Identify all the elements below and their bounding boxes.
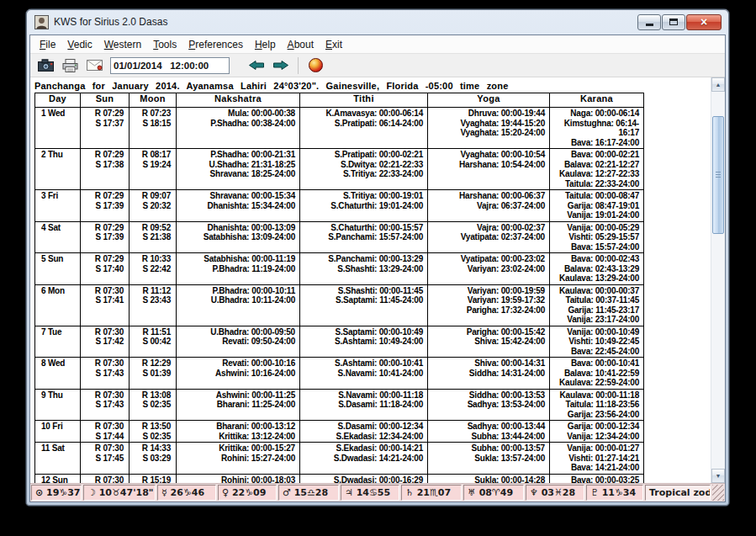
menu-item-about[interactable]: About	[282, 37, 320, 52]
camera-button[interactable]	[35, 56, 56, 75]
sun-entry: S 17:38	[82, 160, 124, 170]
karana-entry: Bava: 00:00-10:41	[552, 358, 639, 369]
tithi-cell: S.Tritiya: 00:00-19:01S.Chaturthi: 19:01…	[300, 190, 428, 222]
day-cell: 5 Sun	[35, 253, 81, 285]
print-button[interactable]	[60, 56, 80, 75]
tithi-cell: S.Dwadasi: 00:00-16:29S.Trayodasi: 16:29…	[300, 474, 428, 483]
yoga-entry: Variyan: 00:00-19:59	[430, 286, 545, 296]
envelope-icon	[87, 60, 103, 71]
karana-entry: Bava: 22:45-24:00	[552, 347, 639, 357]
menu-item-tools[interactable]: Tools	[147, 37, 182, 52]
scrollbar-grip	[716, 172, 721, 178]
red-sphere-icon	[309, 58, 323, 72]
tithi-cell: S.Ashtami: 00:00-10:41S.Navami: 10:41-24…	[300, 358, 428, 390]
moon-cell: R 15:19S 04:21	[130, 474, 177, 483]
scroll-up-button[interactable]: ▲	[711, 77, 725, 92]
tithi-entry: S.Ekadasi: 00:00-14:21	[302, 443, 423, 454]
app-window: KWS for Sirius 2.0 Dasas × FileVedicWest…	[25, 8, 730, 507]
menu-item-exit[interactable]: Exit	[320, 37, 348, 52]
karana-cell: Kaulava: 00:00-00:37Taitula: 00:37-11:45…	[550, 284, 644, 326]
day-cell: 6 Mon	[35, 284, 81, 326]
karana-entry: Kaulava: 00:00-00:37	[552, 286, 639, 296]
menu-item-western[interactable]: Western	[98, 37, 147, 52]
moon-entry: R 08:17	[131, 150, 171, 160]
moon-entry: R 14:33	[131, 443, 171, 454]
yoga-entry: Dhruva: 00:00-19:44	[430, 109, 545, 119]
sun-entry: S 17:40	[82, 264, 124, 274]
karana-cell: Bava: 00:00-03:25Balava: 03:25-16:29Kaul…	[550, 474, 644, 483]
yoga-entry: Vyatipata: 00:00-23:02	[430, 254, 545, 264]
tithi-cell: K.Amavasya: 00:00-06:14S.Pratipati: 06:1…	[300, 108, 428, 149]
window-title: KWS for Sirius 2.0 Dasas	[54, 16, 637, 28]
sun-entry: R 07:30	[82, 286, 124, 296]
sun-entry: R 07:30	[82, 422, 124, 432]
status-planet-position: ☿ 26♑46	[157, 485, 216, 501]
karana-entry: Taitula: 00:00-08:47	[552, 191, 639, 201]
email-button[interactable]	[84, 56, 104, 75]
menu-item-preferences[interactable]: Preferences	[182, 37, 249, 52]
minimize-button[interactable]	[637, 14, 661, 30]
karana-entry: Bava: 00:00-03:25	[552, 475, 639, 484]
sun-cell: R 07:29S 17:40	[81, 253, 130, 285]
tithi-entry: S.Dwitya: 02:21-22:33	[302, 160, 423, 170]
tithi-cell: S.Saptami: 00:00-10:49S.Ashtami: 10:49-2…	[300, 326, 428, 358]
close-icon: ×	[700, 16, 707, 28]
sun-entry: S 17:37	[82, 119, 124, 129]
maximize-button[interactable]	[662, 14, 685, 30]
sun-entry: R 07:30	[82, 358, 124, 369]
datetime-input[interactable]	[110, 57, 230, 74]
karana-entry: Bava: 14:21-24:00	[552, 463, 639, 473]
day-cell: 11 Sat	[35, 443, 81, 475]
karana-cell: Taitula: 00:00-08:47Garija: 08:47-19:01V…	[550, 190, 644, 222]
tithi-entry: S.Saptami: 11:45-24:00	[302, 295, 423, 305]
report-header: Panchanga for January 2014. Ayanamsa Lah…	[34, 81, 708, 91]
tithi-entry: S.Chaturthi: 00:00-15:57	[302, 223, 423, 233]
tithi-cell: S.Pratipati: 00:00-02:21S.Dwitya: 02:21-…	[300, 149, 428, 190]
karana-entry: Kaulava: 00:00-11:18	[552, 390, 639, 401]
menu-item-file[interactable]: File	[34, 37, 61, 52]
tithi-entry: S.Pratipati: 06:14-24:00	[302, 119, 423, 129]
yoga-entry: Siddha: 14:31-24:00	[430, 369, 545, 379]
sun-cell: R 07:30S 17:44	[81, 421, 130, 443]
vertical-scrollbar[interactable]: ▲ ▼	[711, 77, 725, 483]
status-bar: ⊙ 19♑37☽ 10♉47'18"☿ 26♑46♀ 22♑09♂ 15♎28♃…	[30, 483, 725, 502]
tithi-entry: S.Dwadasi: 14:21-24:00	[302, 454, 423, 464]
menu-item-help[interactable]: Help	[249, 37, 282, 52]
sun-entry: S 17:39	[82, 232, 124, 242]
table-row: 11 SatR 07:30S 17:45R 14:33S 03:29Kritti…	[35, 443, 644, 475]
day-entry: 4 Sat	[41, 223, 78, 233]
arrow-right-icon	[273, 61, 288, 70]
yoga-cell: Vyaghata: 00:00-10:54Harshana: 10:54-24:…	[428, 149, 550, 190]
yoga-cell: Shiva: 00:00-14:31Siddha: 14:31-24:00	[428, 358, 550, 390]
nakshatra-cell: Bharani: 00:00-13:12Krittika: 13:12-24:0…	[177, 421, 300, 443]
day-cell: 10 Fri	[35, 421, 81, 443]
scroll-down-button[interactable]: ▼	[711, 469, 725, 483]
tithi-entry: S.Shashti: 13:29-24:00	[302, 264, 423, 274]
yoga-cell: Vajra: 00:00-02:37Vyatipata: 02:37-24:00	[428, 221, 550, 253]
sun-cell: R 07:30S 17:43	[81, 358, 130, 390]
resize-grip-icon[interactable]	[712, 485, 724, 501]
nakshatra-entry: Bharani: 00:00-13:12	[178, 422, 295, 432]
moon-cell: R 10:33S 22:42	[130, 253, 177, 285]
karana-entry: Balava: 02:21-12:27	[552, 160, 639, 170]
scrollbar-thumb[interactable]	[712, 116, 724, 234]
client-area: FileVedicWesternToolsPreferencesHelpAbou…	[29, 34, 726, 502]
red-sphere-button[interactable]	[305, 56, 325, 75]
karana-cell: Kaulava: 00:00-11:18Taitula: 11:18-23:56…	[550, 389, 644, 421]
nakshatra-entry: P.Bhadra: 00:00-10:11	[178, 286, 295, 296]
tithi-cell: S.Shashti: 00:00-11:45S.Saptami: 11:45-2…	[300, 284, 428, 326]
next-day-button[interactable]	[271, 56, 291, 75]
sun-entry: R 07:30	[82, 475, 124, 484]
yoga-entry: Sukla: 00:00-14:28	[430, 475, 545, 484]
column-header-nakshatra: Nakshatra	[177, 93, 300, 108]
sun-entry: R 07:29	[82, 150, 124, 160]
moon-cell: R 14:33S 03:29	[130, 443, 177, 475]
toolbar-divider	[298, 57, 299, 74]
karana-cell: Vanija: 00:00-10:49Vishti: 10:49-22:45Ba…	[550, 326, 644, 358]
close-button[interactable]: ×	[686, 14, 722, 30]
previous-day-button[interactable]	[246, 56, 267, 75]
nakshatra-entry: Shravana: 00:00-15:34	[178, 191, 295, 201]
yoga-entry: Harshana: 10:54-24:00	[430, 160, 545, 170]
menu-item-vedic[interactable]: Vedic	[61, 37, 98, 52]
table-row: 3 FriR 07:29S 17:39R 09:07S 20:32Shravan…	[35, 190, 644, 222]
